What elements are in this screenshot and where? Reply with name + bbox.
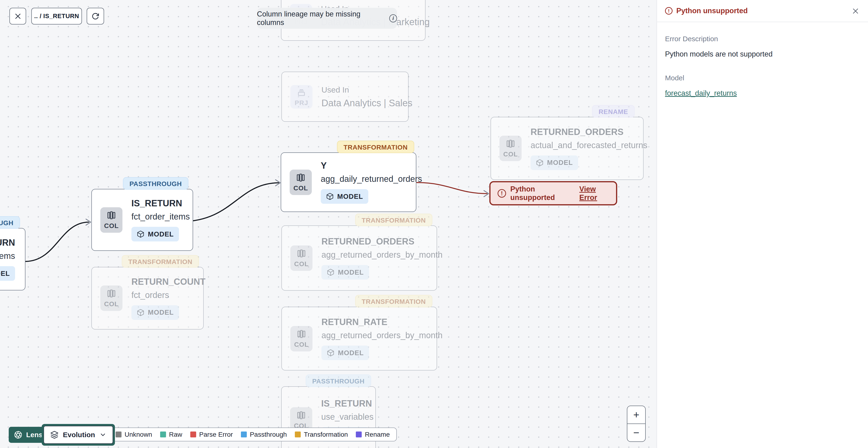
model-chip: MODEL bbox=[131, 227, 179, 241]
close-icon bbox=[14, 12, 22, 20]
cube-icon bbox=[536, 159, 544, 167]
node-return-rate[interactable]: TRANSFORMATION COL RETURN_RATE agg_retur… bbox=[281, 307, 437, 370]
zoom-out-button[interactable]: − bbox=[627, 424, 645, 441]
close-icon bbox=[852, 7, 859, 15]
column-name: IS_RETURN bbox=[0, 238, 15, 248]
edge-type-legend: Unknown Raw Parse Error Passthrough Tran… bbox=[108, 427, 397, 441]
passthrough-badge: PASSTHROUGH bbox=[123, 177, 188, 189]
model-name: fct_order_items bbox=[131, 212, 190, 222]
alert-circle-icon: ! bbox=[665, 7, 673, 14]
refresh-icon bbox=[91, 12, 99, 20]
chevron-down-icon bbox=[99, 431, 106, 438]
columns-icon bbox=[296, 410, 306, 420]
breadcrumb[interactable]: .. / IS_RETURN bbox=[31, 8, 82, 25]
aperture-icon bbox=[14, 430, 22, 439]
node-return-count[interactable]: TRANSFORMATION COL RETURN_COUNT fct_orde… bbox=[91, 267, 204, 330]
column-name: RETURNED_ORDERS bbox=[531, 127, 624, 137]
node-used-in-sales[interactable]: PRJ Used In Data Analytics | Sales bbox=[281, 71, 409, 122]
error-node-label: Python unsupported bbox=[510, 185, 568, 202]
view-error-link[interactable]: View Error bbox=[579, 185, 609, 202]
column-tag: COL bbox=[100, 207, 122, 233]
node-agg-daily-returned-orders[interactable]: TRANSFORMATION COL Y agg_daily_returned_… bbox=[281, 152, 416, 212]
column-tag: COL bbox=[100, 286, 122, 311]
model-link[interactable]: forecast_daily_returns bbox=[665, 89, 737, 97]
passthrough-badge: PASSTHROUGH bbox=[306, 375, 371, 387]
project-icon bbox=[296, 87, 307, 97]
lens-selected-label: Evolution bbox=[63, 431, 95, 439]
transformation-badge: TRANSFORMATION bbox=[355, 295, 432, 307]
column-name: RETURNED_ORDERS bbox=[321, 237, 414, 247]
close-lineage-button[interactable] bbox=[9, 8, 26, 25]
panel-title: Python unsupported bbox=[676, 7, 748, 15]
alert-circle-icon: ! bbox=[498, 189, 506, 198]
column-tag: COL bbox=[290, 170, 312, 195]
passthrough-badge: PASSTHROUGH bbox=[0, 216, 20, 229]
lens-selector[interactable]: Evolution bbox=[42, 424, 115, 446]
columns-icon bbox=[106, 210, 116, 220]
transformation-badge: TRANSFORMATION bbox=[122, 255, 199, 268]
column-tag: COL bbox=[290, 245, 312, 271]
model-chip: MODEL bbox=[131, 305, 179, 320]
column-tag: COL bbox=[499, 136, 522, 161]
node-is-return-fct-order-items[interactable]: PASSTHROUGH COL IS_RETURN fct_order_item… bbox=[91, 189, 193, 251]
columns-icon bbox=[297, 329, 306, 339]
column-name: RETURN_COUNT bbox=[131, 277, 206, 287]
column-name: IS_RETURN bbox=[131, 198, 182, 208]
layers-icon bbox=[50, 430, 59, 439]
transformation-badge: TRANSFORMATION bbox=[337, 141, 414, 153]
zoom-in-button[interactable]: + bbox=[627, 406, 645, 424]
error-node-python-unsupported[interactable]: ! Python unsupported View Error bbox=[489, 181, 617, 205]
error-details-panel: ! Python unsupported Error Description P… bbox=[656, 0, 868, 448]
column-tag: COL bbox=[290, 326, 312, 352]
used-in-target: Data Analytics | Sales bbox=[321, 98, 412, 108]
legend-swatch bbox=[295, 431, 301, 438]
legend-swatch bbox=[356, 431, 362, 438]
model-name: agg_returned_orders_by_month bbox=[321, 330, 442, 340]
legend-item-parse-error: Parse Error bbox=[190, 431, 233, 438]
legend-item-rename: Rename bbox=[356, 431, 390, 438]
model-chip: MODEL bbox=[321, 346, 369, 360]
columns-icon bbox=[297, 248, 306, 259]
legend-item-transformation: Transformation bbox=[295, 431, 348, 438]
legend-swatch bbox=[241, 431, 247, 438]
refresh-button[interactable] bbox=[87, 8, 104, 25]
cube-icon bbox=[326, 192, 334, 201]
model-chip: MODEL bbox=[321, 265, 369, 279]
panel-header: ! Python unsupported bbox=[657, 0, 868, 22]
cube-icon bbox=[327, 268, 335, 276]
zoom-controls: + − bbox=[627, 406, 646, 442]
rename-badge: RENAME bbox=[592, 105, 634, 118]
legend-item-passthrough: Passthrough bbox=[241, 431, 287, 438]
error-description-value: Python models are not supported bbox=[665, 50, 860, 58]
column-name: RETURN_RATE bbox=[321, 317, 388, 327]
lineage-canvas[interactable]: PRJ Used In Data Analytics | Marketing P… bbox=[0, 0, 656, 448]
legend-swatch bbox=[160, 431, 166, 438]
model-name: fct_orders bbox=[131, 290, 169, 300]
model-name: fct_order_items bbox=[0, 251, 15, 261]
model-chip: MODEL bbox=[321, 189, 368, 204]
project-tag: PRJ bbox=[290, 85, 312, 109]
error-description-label: Error Description bbox=[665, 35, 860, 43]
legend-swatch bbox=[190, 431, 196, 438]
legend-item-unknown: Unknown bbox=[116, 431, 152, 438]
banner-text: Column lineage may be missing columns bbox=[257, 10, 385, 27]
model-name: agg_daily_returned_orders bbox=[321, 174, 422, 184]
columns-icon bbox=[505, 139, 516, 149]
model-chip: MODEL bbox=[531, 155, 578, 170]
model-name: actual_and_forecasted_returns bbox=[531, 140, 647, 150]
column-name: IS_RETURN bbox=[321, 398, 372, 409]
node-returned-orders-by-month[interactable]: TRANSFORMATION COL RETURNED_ORDERS agg_r… bbox=[281, 226, 437, 291]
node-is-return-offscreen[interactable]: PASSTHROUGH IS_RETURN fct_order_items MO… bbox=[0, 228, 25, 291]
legend-item-raw: Raw bbox=[160, 431, 182, 438]
cube-icon bbox=[136, 308, 145, 317]
transformation-badge: TRANSFORMATION bbox=[355, 214, 432, 226]
cube-icon bbox=[136, 230, 145, 238]
column-name: Y bbox=[321, 161, 327, 171]
node-returned-orders-rename[interactable]: RENAME COL RETURNED_ORDERS actual_and_fo… bbox=[491, 117, 644, 180]
columns-icon bbox=[296, 173, 306, 183]
model-chip: MODEL bbox=[0, 266, 15, 281]
columns-icon bbox=[106, 289, 116, 298]
panel-close-button[interactable] bbox=[849, 5, 861, 17]
info-icon[interactable]: i bbox=[389, 14, 397, 22]
model-name: agg_returned_orders_by_month bbox=[321, 250, 442, 260]
